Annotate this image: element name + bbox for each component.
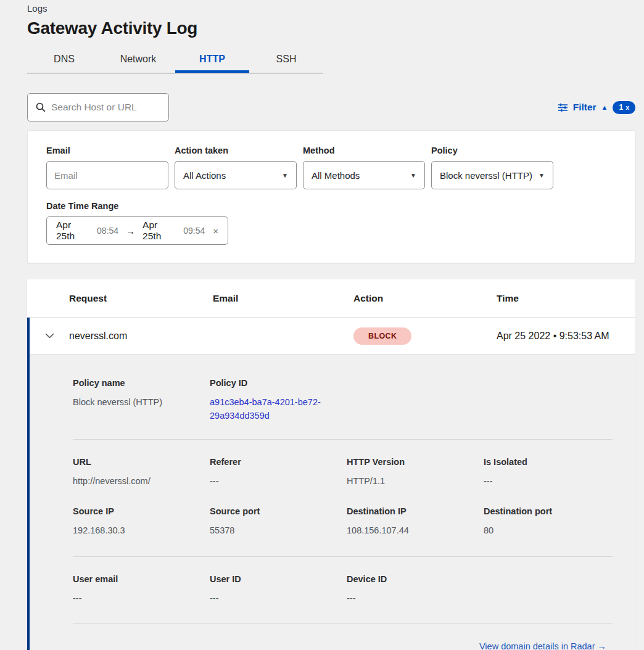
detail-value: ---: [73, 592, 210, 606]
detail-destination-ip: Destination IP 108.156.107.44: [347, 506, 484, 538]
row-detail-panel: Policy name Block neverssl (HTTP) Policy…: [30, 355, 635, 650]
detail-label: URL: [73, 457, 210, 467]
detail-policy-name: Policy name Block neverssl (HTTP): [73, 378, 210, 423]
page-title: Gateway Activity Log: [27, 19, 635, 38]
detail-device-id: Device ID ---: [347, 574, 484, 606]
toolbar: Filter ▲ 1 x: [27, 93, 635, 121]
email-filter-label: Email: [46, 146, 168, 155]
row-expand-chevron-icon[interactable]: [30, 333, 69, 339]
action-filter-value: All Actions: [183, 170, 226, 181]
activity-table: Request Email Action Time neverssl.com B…: [27, 279, 635, 650]
detail-value: Block neverssl (HTTP): [73, 396, 210, 409]
detail-value: 192.168.30.3: [73, 524, 210, 538]
method-filter-select[interactable]: All Methods ▼: [303, 161, 425, 189]
divider: [73, 556, 613, 557]
clear-filters-icon[interactable]: x: [625, 104, 629, 111]
detail-label: Device ID: [347, 574, 484, 584]
search-box[interactable]: [27, 93, 169, 121]
method-filter-label: Method: [303, 146, 425, 155]
detail-value: 80: [484, 524, 621, 538]
tab-bar: DNS Network HTTP SSH: [27, 47, 323, 73]
action-filter-label: Action taken: [175, 146, 297, 155]
detail-user-id: User ID ---: [210, 574, 347, 606]
filter-sliders-icon: [558, 103, 568, 112]
tab-dns[interactable]: DNS: [27, 47, 101, 73]
chevron-down-icon: ▼: [539, 172, 545, 179]
detail-label: User email: [73, 574, 210, 584]
chevron-down-icon: ▼: [282, 172, 288, 179]
divider: [73, 439, 613, 440]
tab-http[interactable]: HTTP: [175, 47, 249, 73]
filter-panel: Email Action taken All Actions ▼ Method …: [27, 130, 635, 263]
detail-policy-id: Policy ID a91c3eb4-ba7a-4201-be72-29a934…: [210, 378, 347, 423]
column-header-request: Request: [69, 293, 213, 304]
detail-value: 108.156.107.44: [347, 524, 484, 538]
end-time: 09:54: [183, 226, 205, 236]
filter-controls: Filter ▲ 1 x: [558, 101, 635, 114]
block-status-badge: BLOCK: [353, 327, 411, 345]
filter-field-email: Email: [46, 146, 168, 189]
column-header-action: Action: [353, 293, 497, 304]
table-header-row: Request Email Action Time: [27, 279, 635, 318]
row-time: Apr 25 2022 • 9:53:53 AM: [497, 331, 635, 342]
filter-field-method: Method All Methods ▼: [303, 146, 425, 189]
detail-label: Source port: [210, 506, 347, 516]
start-time: 08:54: [97, 226, 118, 236]
detail-label: Destination port: [484, 506, 621, 516]
divider: [73, 623, 613, 624]
filter-toggle-button[interactable]: Filter: [573, 102, 597, 113]
row-request[interactable]: neverssl.com: [69, 331, 213, 342]
detail-label: User ID: [210, 574, 347, 584]
filter-field-action: Action taken All Actions ▼: [175, 146, 297, 189]
detail-referer: Referer ---: [210, 457, 347, 488]
range-arrow-icon: →: [125, 226, 136, 236]
filter-field-policy: Policy Block neverssl (HTTP) ▼: [431, 146, 553, 189]
email-filter-input[interactable]: [46, 161, 168, 189]
method-filter-value: All Methods: [312, 170, 360, 181]
detail-source-port: Source port 55378: [210, 506, 347, 538]
detail-label: Source IP: [73, 506, 210, 516]
detail-label: Policy name: [73, 378, 210, 388]
start-date: Apr 25th: [56, 220, 91, 242]
detail-source-ip: Source IP 192.168.30.3: [73, 506, 210, 538]
detail-url: URL http://neverssl.com/: [73, 457, 210, 488]
detail-value: ---: [484, 475, 621, 488]
detail-label: HTTP Version: [347, 457, 484, 467]
filter-count-badge[interactable]: 1 x: [613, 101, 635, 114]
detail-value: http://neverssl.com/: [73, 475, 210, 488]
chevron-down-icon: ▼: [410, 172, 416, 179]
detail-value: ---: [210, 592, 347, 606]
detail-destination-port: Destination port 80: [484, 506, 621, 538]
detail-label: Destination IP: [347, 506, 484, 516]
daterange-label: Date Time Range: [46, 201, 616, 211]
detail-user-email: User email ---: [73, 574, 210, 606]
table-row[interactable]: neverssl.com BLOCK Apr 25 2022 • 9:53:53…: [30, 318, 635, 355]
search-input[interactable]: [51, 102, 160, 113]
breadcrumb[interactable]: Logs: [27, 3, 635, 14]
daterange-input[interactable]: Apr 25th 08:54 → Apr 25th 09:54 ×: [46, 216, 228, 245]
detail-label: Is Isolated: [484, 457, 621, 467]
radar-details-link[interactable]: View domain details in Radar →: [479, 641, 606, 650]
page-content: Logs Gateway Activity Log DNS Network HT…: [27, 0, 635, 650]
detail-label: Referer: [210, 457, 347, 467]
detail-is-isolated: Is Isolated ---: [484, 457, 621, 488]
column-header-email: Email: [213, 293, 353, 304]
filter-field-daterange: Date Time Range Apr 25th 08:54 → Apr 25t…: [46, 201, 616, 245]
clear-daterange-icon[interactable]: ×: [213, 226, 218, 236]
tab-ssh[interactable]: SSH: [249, 47, 323, 73]
policy-filter-value: Block neverssl (HTTP): [440, 170, 532, 181]
detail-label: Policy ID: [210, 378, 347, 388]
detail-value: HTTP/1.1: [347, 475, 484, 488]
tab-network[interactable]: Network: [101, 47, 175, 73]
action-filter-select[interactable]: All Actions ▼: [175, 161, 297, 189]
policy-id-link[interactable]: a91c3eb4-ba7a-4201-be72-29a934dd359d: [210, 396, 328, 423]
policy-filter-label: Policy: [431, 146, 553, 155]
detail-http-version: HTTP Version HTTP/1.1: [347, 457, 484, 488]
collapse-arrow-icon[interactable]: ▲: [601, 104, 608, 111]
filter-count: 1: [619, 103, 623, 112]
search-icon: [36, 102, 46, 112]
expanded-row-container: neverssl.com BLOCK Apr 25 2022 • 9:53:53…: [27, 318, 635, 650]
end-date: Apr 25th: [142, 220, 177, 242]
policy-filter-select[interactable]: Block neverssl (HTTP) ▼: [431, 161, 553, 189]
column-header-time: Time: [497, 293, 635, 304]
